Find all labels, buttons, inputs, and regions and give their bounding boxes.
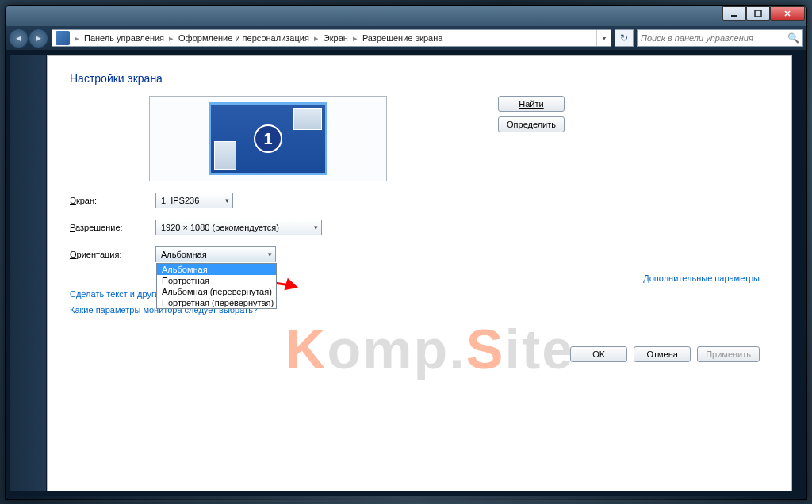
breadcrumb-sep: ▸ — [312, 33, 320, 44]
preview-side-buttons: Найти Определить — [498, 96, 565, 132]
breadcrumb-item[interactable]: Разрешение экрана — [359, 33, 446, 43]
svg-rect-1 — [755, 10, 761, 17]
screen-combo-value: 1. IPS236 — [161, 196, 199, 205]
forward-button[interactable]: ► — [29, 29, 48, 48]
breadcrumb-dropdown-button[interactable]: ▾ — [596, 30, 611, 46]
screen-label: Экран: — [70, 196, 155, 205]
additional-params-link-row: Дополнительные параметры — [643, 273, 760, 283]
explorer-window: ◄ ► ▸ Панель управления ▸ Оформление и п… — [5, 5, 807, 500]
breadcrumb-sep: ▸ — [167, 33, 175, 44]
content-pane: Настройки экрана 1 Найти Определить Экра… — [47, 55, 792, 491]
forward-icon: ► — [34, 33, 43, 43]
resolution-combo-value: 1920 × 1080 (рекомендуется) — [161, 223, 279, 232]
screen-row: Экран: 1. IPS236 — [70, 193, 769, 208]
watermark-letter: ite — [504, 319, 574, 380]
breadcrumb-sep: ▸ — [351, 33, 359, 44]
orientation-dropdown: Альбомная Портретная Альбомная (переверн… — [156, 263, 277, 309]
minimize-button[interactable] — [722, 6, 746, 21]
screen-combo[interactable]: 1. IPS236 — [155, 193, 233, 208]
orientation-option[interactable]: Портретная (перевернутая) — [157, 297, 276, 308]
back-icon: ◄ — [14, 33, 23, 43]
text-size-link[interactable]: Сделать текст и другие — [70, 289, 164, 299]
breadcrumb-item[interactable]: Экран — [320, 33, 351, 43]
resolution-label: Разрешение: — [70, 223, 155, 232]
monitor-thumbnail[interactable]: 1 — [209, 102, 327, 175]
watermark-letter: omp. — [327, 319, 466, 380]
monitor-preview-row: 1 Найти Определить — [70, 96, 769, 181]
search-input[interactable] — [641, 33, 799, 43]
apply-button[interactable]: Применить — [697, 346, 760, 362]
cancel-button[interactable]: Отмена — [634, 346, 691, 362]
back-button[interactable]: ◄ — [9, 29, 29, 48]
breadcrumb-item[interactable]: Оформление и персонализация — [175, 33, 312, 43]
orientation-row: Ориентация: Альбомная Альбомная Портретн… — [70, 246, 769, 262]
resolution-combo[interactable]: 1920 × 1080 (рекомендуется) — [155, 220, 322, 235]
monitor-number: 1 — [254, 124, 282, 153]
breadcrumb-item[interactable]: Панель управления — [81, 33, 167, 43]
refresh-icon: ↻ — [620, 32, 628, 44]
watermark-letter: S — [466, 319, 505, 380]
find-button[interactable]: Найти — [498, 96, 565, 112]
preview-window-icon — [293, 108, 322, 130]
nav-arrows: ◄ ► — [9, 29, 48, 48]
orientation-option[interactable]: Альбомная — [157, 264, 276, 275]
ok-button[interactable]: OK — [570, 346, 627, 362]
close-icon — [783, 10, 791, 17]
navbar: ◄ ► ▸ Панель управления ▸ Оформление и п… — [6, 26, 806, 50]
orientation-combo[interactable]: Альбомная Альбомная Портретная Альбомная… — [155, 246, 276, 262]
maximize-button[interactable] — [746, 6, 770, 21]
search-box[interactable]: 🔍 — [637, 29, 803, 47]
page-title: Настройки экрана — [70, 72, 769, 85]
left-nav-strip — [10, 55, 46, 491]
orientation-combo-value: Альбомная — [161, 250, 207, 259]
close-button[interactable] — [770, 6, 805, 21]
window-controls — [722, 6, 805, 21]
breadcrumb-sep: ▸ — [73, 33, 81, 44]
monitor-preview-box[interactable]: 1 — [149, 96, 387, 181]
search-icon: 🔍 — [787, 32, 799, 44]
breadcrumb-bar[interactable]: ▸ Панель управления ▸ Оформление и персо… — [52, 29, 611, 47]
orientation-option[interactable]: Альбомная (перевернутая) — [157, 286, 276, 297]
orientation-label: Ориентация: — [70, 250, 155, 259]
control-panel-icon — [56, 31, 70, 45]
dialog-buttons: OK Отмена Применить — [570, 346, 760, 362]
maximize-icon — [754, 10, 762, 17]
watermark-letter: K — [285, 319, 327, 380]
titlebar — [6, 6, 806, 26]
additional-params-link[interactable]: Дополнительные параметры — [643, 273, 760, 283]
orientation-option[interactable]: Портретная — [157, 275, 276, 286]
refresh-button[interactable]: ↻ — [615, 29, 634, 47]
taskbar-shadow — [5, 496, 807, 502]
preview-window-icon — [214, 141, 236, 170]
resolution-row: Разрешение: 1920 × 1080 (рекомендуется) — [70, 220, 769, 235]
watermark: Komp.Site — [285, 318, 574, 381]
minimize-icon — [730, 10, 738, 17]
detect-button[interactable]: Определить — [498, 116, 565, 132]
svg-rect-0 — [731, 15, 737, 17]
